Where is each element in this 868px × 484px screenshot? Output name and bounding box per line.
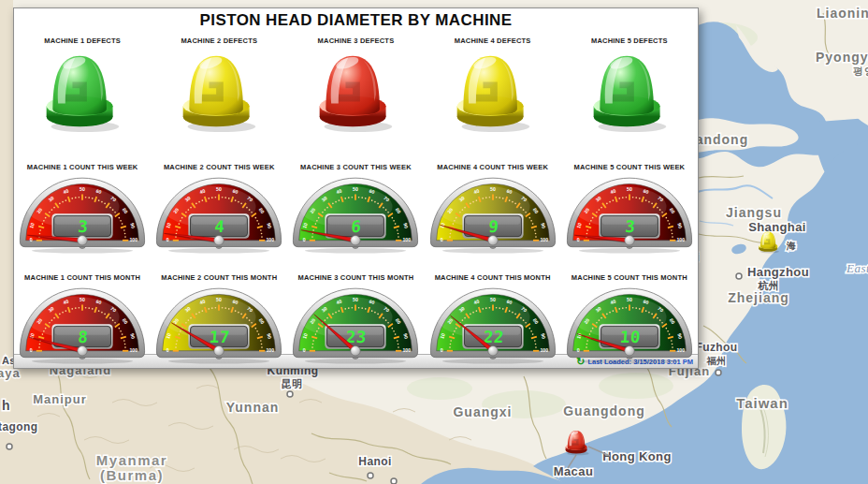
svg-text:0: 0	[303, 347, 306, 353]
svg-text:50: 50	[216, 186, 222, 192]
terrain-west-strip	[0, 0, 13, 367]
map-label: h	[2, 398, 10, 413]
svg-text:50: 50	[354, 297, 359, 302]
svg-text:100: 100	[267, 347, 275, 353]
gauge-icon: 0102030405060708090100 17	[153, 285, 284, 365]
gauge-label: MACHINE 2 COUNT THIS MONTH	[161, 273, 277, 282]
page-title: PISTON HEAD DIAMETER BY MACHINE	[14, 11, 698, 30]
gauge-icon: 0102030405060708090100 9	[427, 174, 558, 255]
gauge-machine-4-week: MACHINE 4 COUNT THIS WEEK 01020304050607…	[425, 163, 561, 255]
svg-text:100: 100	[267, 237, 275, 242]
svg-text:50: 50	[627, 186, 632, 192]
city-dot	[391, 478, 397, 484]
gauge-label: MACHINE 1 COUNT THIS WEEK	[27, 163, 138, 171]
svg-text:100: 100	[676, 347, 685, 353]
svg-text:100: 100	[403, 237, 412, 242]
defect-indicator-machine-1: MACHINE 1 DEFECTS	[14, 37, 151, 134]
red-led-icon	[306, 48, 405, 134]
gauge-machine-3-month: MACHINE 3 COUNT THIS MONTH 0102030405060…	[287, 273, 424, 365]
svg-text:100: 100	[540, 237, 548, 242]
gauge-icon: 0102030405060708090100 4	[153, 174, 284, 255]
gauge-icon: 0102030405060708090100 3	[564, 174, 695, 255]
map-label: Hanoi	[358, 455, 391, 468]
svg-text:50: 50	[490, 186, 496, 192]
gauge-machine-5-month: MACHINE 5 COUNT THIS MONTH 0102030405060…	[561, 273, 698, 365]
map-label: 海	[786, 241, 796, 251]
gauge-machine-4-month: MACHINE 4 COUNT THIS MONTH 0102030405060…	[425, 273, 561, 365]
svg-text:8: 8	[78, 328, 90, 346]
defect-indicator-machine-4: MACHINE 4 DEFECTS	[425, 37, 561, 134]
svg-text:9: 9	[487, 217, 499, 236]
svg-text:0: 0	[303, 237, 306, 242]
gauge-icon: 0102030405060708090100 23	[290, 285, 421, 365]
svg-text:4: 4	[214, 217, 226, 236]
map-label: Yunnan	[226, 400, 280, 415]
svg-text:0: 0	[577, 237, 580, 242]
gauge-label: MACHINE 5 COUNT THIS MONTH	[571, 273, 687, 282]
map-label: Zhejiang	[728, 290, 789, 305]
svg-text:0: 0	[30, 347, 33, 353]
defect-label: MACHINE 1 DEFECTS	[44, 37, 121, 45]
week-gauges-row: MACHINE 1 COUNT THIS WEEK 01020304050607…	[14, 163, 698, 255]
yellow-led-icon	[169, 48, 268, 134]
map-label: Shanghai	[748, 220, 806, 234]
gauge-label: MACHINE 2 COUNT THIS WEEK	[164, 163, 275, 171]
gauge-label: MACHINE 4 COUNT THIS MONTH	[435, 273, 551, 282]
gauge-label: MACHINE 3 COUNT THIS MONTH	[297, 273, 413, 282]
gauge-icon: 0102030405060708090100 6	[290, 174, 421, 255]
defect-label: MACHINE 2 DEFECTS	[181, 37, 257, 45]
map-label: East	[846, 261, 868, 275]
map-label: Hong Kong	[602, 449, 672, 463]
city-dot	[287, 391, 293, 397]
gauge-icon: 0102030405060708090100 22	[427, 285, 558, 365]
svg-text:100: 100	[130, 347, 138, 353]
gauge-machine-5-week: MACHINE 5 COUNT THIS WEEK 01020304050607…	[561, 163, 698, 255]
svg-text:50: 50	[354, 186, 359, 192]
svg-text:10: 10	[619, 328, 642, 346]
gauge-icon: 0102030405060708090100 10	[564, 285, 695, 365]
defect-indicator-machine-3: MACHINE 3 DEFECTS	[287, 37, 424, 134]
gauge-machine-3-week: MACHINE 3 COUNT THIS WEEK 01020304050607…	[287, 163, 424, 255]
svg-text:100: 100	[403, 347, 412, 353]
map-label: Taiwan	[736, 395, 788, 411]
map-label: Hangzhou	[747, 265, 809, 279]
defect-indicator-machine-5: MACHINE 5 DEFECTS	[561, 37, 698, 134]
map-label: Myanmar	[96, 452, 167, 468]
svg-text:17: 17	[209, 328, 231, 346]
gauge-machine-2-week: MACHINE 2 COUNT THIS WEEK 01020304050607…	[151, 163, 287, 255]
defect-indicator-machine-2: MACHINE 2 DEFECTS	[151, 37, 287, 134]
map-label: 昆明	[282, 378, 303, 389]
svg-text:50: 50	[216, 297, 222, 302]
svg-text:50: 50	[627, 297, 632, 302]
map-label: Guangdong	[563, 403, 645, 418]
defect-label: MACHINE 5 DEFECTS	[591, 37, 668, 45]
svg-text:0: 0	[30, 237, 33, 242]
svg-text:0: 0	[440, 347, 442, 353]
gauge-icon: 0102030405060708090100 3	[17, 174, 148, 255]
defect-label: MACHINE 3 DEFECTS	[318, 37, 395, 45]
city-dot	[716, 370, 721, 375]
svg-text:50: 50	[80, 297, 85, 302]
yellow-led-icon	[443, 48, 542, 134]
gauge-icon: 0102030405060708090100 8	[17, 285, 148, 365]
map-label: Fuzhou	[695, 341, 737, 354]
defect-label: MACHINE 4 DEFECTS	[455, 37, 531, 45]
green-led-icon	[580, 48, 679, 134]
svg-text:0: 0	[166, 237, 169, 242]
gauge-machine-2-month: MACHINE 2 COUNT THIS MONTH 0102030405060…	[151, 273, 287, 365]
svg-text:0: 0	[577, 347, 580, 353]
gauge-machine-1-month: MACHINE 1 COUNT THIS MONTH 0102030405060…	[14, 273, 151, 365]
svg-text:0: 0	[440, 237, 442, 242]
map-label: Liaoning	[817, 6, 868, 21]
svg-text:100: 100	[676, 237, 685, 242]
map-label: Macau	[554, 464, 593, 478]
gauge-label: MACHINE 4 COUNT THIS WEEK	[437, 163, 548, 171]
defects-row: MACHINE 1 DEFECTS MACHINE 2 DEFECTS	[14, 37, 698, 134]
city-dot	[7, 444, 12, 449]
map-label: tagong	[0, 420, 37, 433]
svg-text:50: 50	[490, 297, 496, 302]
dashboard-panel: PISTON HEAD DIAMETER BY MACHINE MACHINE …	[13, 7, 699, 369]
svg-text:100: 100	[130, 237, 138, 242]
svg-text:6: 6	[351, 217, 363, 236]
map-label: Guangxi	[453, 404, 512, 419]
